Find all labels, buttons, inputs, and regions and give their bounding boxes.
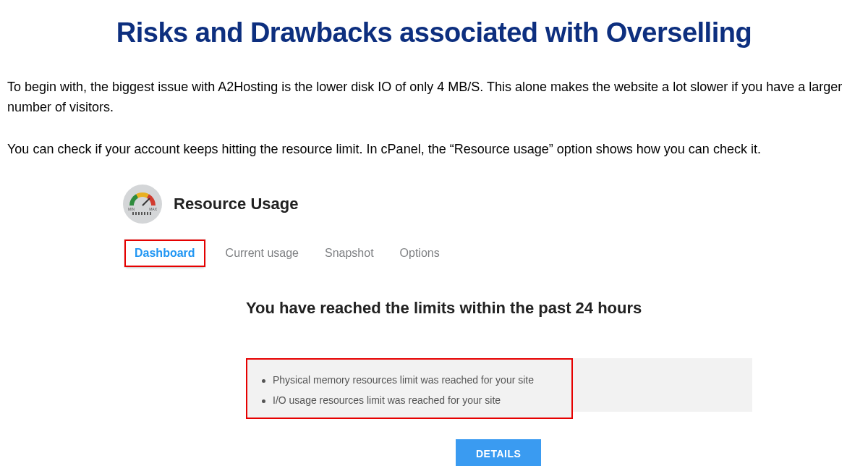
tab-current-usage[interactable]: Current usage	[220, 241, 305, 266]
resource-usage-figure: MIN MAX Resource Usage Dashboard Current…	[116, 182, 752, 466]
alert-list-container: Physical memory resources limit was reac…	[246, 358, 752, 419]
alert-block: You have reached the limits within the p…	[116, 299, 752, 466]
gauge-icon: MIN MAX	[123, 185, 162, 224]
intro-paragraph-2: You can check if your account keeps hitt…	[7, 140, 861, 160]
gauge-max-label: MAX	[149, 207, 157, 211]
alert-item-text: I/O usage resources limit was reached fo…	[273, 394, 501, 406]
figure-title: Resource Usage	[174, 195, 298, 213]
alert-item-text: Physical memory resources limit was reac…	[273, 374, 534, 386]
gauge-min-label: MIN	[128, 207, 135, 211]
figure-header: MIN MAX Resource Usage	[116, 185, 752, 224]
intro-paragraph-1: To begin with, the biggest issue with A2…	[7, 77, 861, 118]
tab-options[interactable]: Options	[394, 241, 446, 266]
details-button[interactable]: DETAILS	[456, 439, 541, 466]
alert-highlight-box: Physical memory resources limit was reac…	[246, 358, 573, 419]
tabs-bar: Dashboard Current usage Snapshot Options	[119, 240, 752, 267]
alert-item: I/O usage resources limit was reached fo…	[262, 390, 557, 410]
tab-dashboard[interactable]: Dashboard	[124, 240, 205, 267]
tab-snapshot[interactable]: Snapshot	[319, 241, 380, 266]
bullet-icon	[262, 379, 265, 383]
bullet-icon	[262, 399, 265, 403]
section-heading: Risks and Drawbacks associated with Over…	[7, 17, 861, 48]
alert-item: Physical memory resources limit was reac…	[262, 370, 557, 390]
alert-heading: You have reached the limits within the p…	[246, 299, 752, 318]
